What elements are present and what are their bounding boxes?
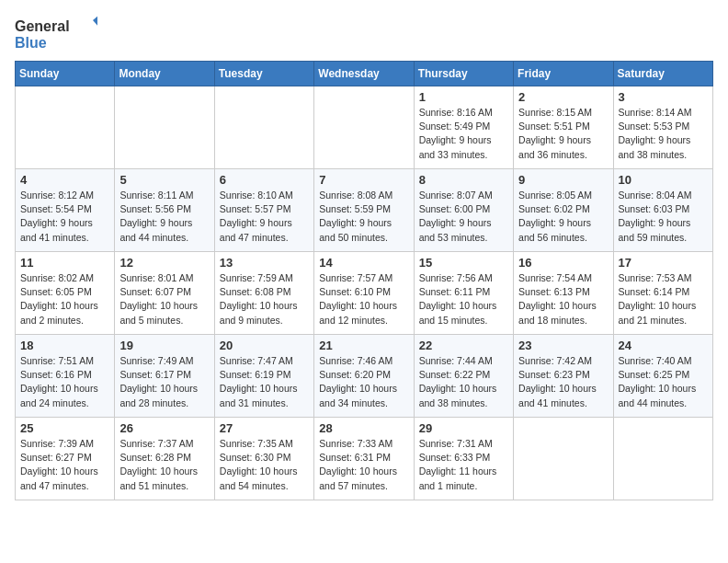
calendar-week-row: 11Sunrise: 8:02 AMSunset: 6:05 PMDayligh… [16, 252, 713, 335]
calendar-day-cell: 26Sunrise: 7:37 AMSunset: 6:28 PMDayligh… [115, 418, 214, 500]
calendar-day-cell: 29Sunrise: 7:31 AMSunset: 6:33 PMDayligh… [414, 418, 513, 500]
logo-svg: General Blue [15, 15, 97, 53]
calendar-day-cell: 16Sunrise: 7:54 AMSunset: 6:13 PMDayligh… [514, 252, 613, 335]
day-info: Sunrise: 8:07 AMSunset: 6:00 PMDaylight:… [419, 189, 508, 245]
calendar-day-cell: 3Sunrise: 8:14 AMSunset: 5:53 PMDaylight… [613, 86, 712, 169]
logo: General Blue [15, 15, 97, 53]
calendar-day-cell: 10Sunrise: 8:04 AMSunset: 6:03 PMDayligh… [613, 169, 712, 252]
day-number: 1 [419, 90, 508, 104]
calendar-empty-cell [16, 86, 115, 169]
day-number: 9 [518, 173, 608, 187]
calendar-day-cell: 28Sunrise: 7:33 AMSunset: 6:31 PMDayligh… [314, 418, 414, 500]
day-info: Sunrise: 7:51 AMSunset: 6:16 PMDaylight:… [20, 354, 109, 410]
calendar-empty-cell [115, 86, 214, 169]
calendar-day-cell: 9Sunrise: 8:05 AMSunset: 6:02 PMDaylight… [514, 169, 613, 252]
day-info: Sunrise: 7:39 AMSunset: 6:27 PMDaylight:… [20, 437, 109, 493]
day-number: 21 [319, 339, 408, 352]
calendar-day-cell: 24Sunrise: 7:40 AMSunset: 6:25 PMDayligh… [613, 335, 712, 418]
calendar-day-cell: 11Sunrise: 8:02 AMSunset: 6:05 PMDayligh… [16, 252, 115, 335]
day-number: 29 [419, 421, 508, 435]
calendar-day-cell: 8Sunrise: 8:07 AMSunset: 6:00 PMDaylight… [414, 169, 513, 252]
calendar-day-cell: 5Sunrise: 8:11 AMSunset: 5:56 PMDaylight… [115, 169, 214, 252]
calendar-empty-cell [514, 418, 613, 500]
day-info: Sunrise: 8:14 AMSunset: 5:53 PMDaylight:… [619, 106, 708, 162]
day-info: Sunrise: 7:31 AMSunset: 6:33 PMDaylight:… [419, 437, 508, 493]
svg-text:General: General [15, 18, 70, 34]
day-info: Sunrise: 7:42 AMSunset: 6:23 PMDaylight:… [518, 354, 608, 410]
calendar-day-cell: 12Sunrise: 8:01 AMSunset: 6:07 PMDayligh… [115, 252, 214, 335]
calendar-day-cell: 6Sunrise: 8:10 AMSunset: 5:57 PMDaylight… [214, 169, 313, 252]
day-number: 28 [319, 421, 408, 435]
weekday-header-wednesday: Wednesday [314, 62, 414, 86]
calendar-day-cell: 20Sunrise: 7:47 AMSunset: 6:19 PMDayligh… [214, 335, 313, 418]
day-number: 6 [220, 173, 309, 187]
calendar-day-cell: 7Sunrise: 8:08 AMSunset: 5:59 PMDaylight… [314, 169, 414, 252]
day-number: 17 [619, 256, 708, 270]
svg-text:Blue: Blue [15, 35, 47, 51]
calendar-week-row: 4Sunrise: 8:12 AMSunset: 5:54 PMDaylight… [16, 169, 713, 252]
day-info: Sunrise: 8:15 AMSunset: 5:51 PMDaylight:… [518, 106, 608, 162]
calendar-day-cell: 14Sunrise: 7:57 AMSunset: 6:10 PMDayligh… [314, 252, 414, 335]
day-number: 7 [319, 173, 408, 187]
day-info: Sunrise: 7:40 AMSunset: 6:25 PMDaylight:… [619, 354, 708, 410]
calendar-day-cell: 18Sunrise: 7:51 AMSunset: 6:16 PMDayligh… [16, 335, 115, 418]
day-info: Sunrise: 7:59 AMSunset: 6:08 PMDaylight:… [220, 271, 309, 327]
day-number: 11 [20, 256, 109, 270]
day-info: Sunrise: 8:02 AMSunset: 6:05 PMDaylight:… [20, 271, 109, 327]
calendar-week-row: 1Sunrise: 8:16 AMSunset: 5:49 PMDaylight… [16, 86, 713, 169]
day-number: 2 [518, 90, 608, 104]
day-info: Sunrise: 8:04 AMSunset: 6:03 PMDaylight:… [619, 189, 708, 245]
day-info: Sunrise: 8:12 AMSunset: 5:54 PMDaylight:… [20, 189, 109, 245]
day-info: Sunrise: 7:35 AMSunset: 6:30 PMDaylight:… [220, 437, 309, 493]
calendar-day-cell: 13Sunrise: 7:59 AMSunset: 6:08 PMDayligh… [214, 252, 313, 335]
day-info: Sunrise: 8:16 AMSunset: 5:49 PMDaylight:… [419, 106, 508, 162]
calendar-week-row: 25Sunrise: 7:39 AMSunset: 6:27 PMDayligh… [16, 418, 713, 500]
calendar-day-cell: 22Sunrise: 7:44 AMSunset: 6:22 PMDayligh… [414, 335, 513, 418]
day-number: 27 [220, 421, 309, 435]
weekday-header-sunday: Sunday [16, 62, 115, 86]
calendar-day-cell: 25Sunrise: 7:39 AMSunset: 6:27 PMDayligh… [16, 418, 115, 500]
day-number: 10 [619, 173, 708, 187]
calendar-day-cell: 21Sunrise: 7:46 AMSunset: 6:20 PMDayligh… [314, 335, 414, 418]
calendar-day-cell: 1Sunrise: 8:16 AMSunset: 5:49 PMDaylight… [414, 86, 513, 169]
calendar-day-cell: 4Sunrise: 8:12 AMSunset: 5:54 PMDaylight… [16, 169, 115, 252]
day-info: Sunrise: 7:33 AMSunset: 6:31 PMDaylight:… [319, 437, 408, 493]
day-info: Sunrise: 7:53 AMSunset: 6:14 PMDaylight:… [619, 271, 708, 327]
day-info: Sunrise: 8:08 AMSunset: 5:59 PMDaylight:… [319, 189, 408, 245]
day-info: Sunrise: 8:11 AMSunset: 5:56 PMDaylight:… [119, 189, 209, 245]
calendar-day-cell: 19Sunrise: 7:49 AMSunset: 6:17 PMDayligh… [115, 335, 214, 418]
day-number: 8 [419, 173, 508, 187]
day-number: 4 [20, 173, 109, 187]
day-info: Sunrise: 7:37 AMSunset: 6:28 PMDaylight:… [119, 437, 209, 493]
day-info: Sunrise: 7:54 AMSunset: 6:13 PMDaylight:… [518, 271, 608, 327]
weekday-header-thursday: Thursday [414, 62, 513, 86]
weekday-header-friday: Friday [514, 62, 613, 86]
calendar-day-cell: 27Sunrise: 7:35 AMSunset: 6:30 PMDayligh… [214, 418, 313, 500]
calendar-empty-cell [314, 86, 414, 169]
calendar-empty-cell [214, 86, 313, 169]
day-number: 20 [220, 339, 309, 352]
calendar-empty-cell [613, 418, 712, 500]
weekday-header-row: SundayMondayTuesdayWednesdayThursdayFrid… [16, 62, 713, 86]
day-info: Sunrise: 7:57 AMSunset: 6:10 PMDaylight:… [319, 271, 408, 327]
day-number: 26 [119, 421, 209, 435]
day-number: 14 [319, 256, 408, 270]
day-number: 15 [419, 256, 508, 270]
day-info: Sunrise: 8:01 AMSunset: 6:07 PMDaylight:… [119, 271, 209, 327]
day-info: Sunrise: 7:46 AMSunset: 6:20 PMDaylight:… [319, 354, 408, 410]
day-number: 3 [619, 90, 708, 104]
day-number: 12 [119, 256, 209, 270]
calendar-day-cell: 2Sunrise: 8:15 AMSunset: 5:51 PMDaylight… [514, 86, 613, 169]
day-number: 19 [119, 339, 209, 352]
header: General Blue [15, 15, 713, 53]
calendar-day-cell: 15Sunrise: 7:56 AMSunset: 6:11 PMDayligh… [414, 252, 513, 335]
day-number: 18 [20, 339, 109, 352]
day-number: 24 [619, 339, 708, 352]
day-info: Sunrise: 8:05 AMSunset: 6:02 PMDaylight:… [518, 189, 608, 245]
weekday-header-saturday: Saturday [613, 62, 712, 86]
day-info: Sunrise: 8:10 AMSunset: 5:57 PMDaylight:… [220, 189, 309, 245]
day-number: 25 [20, 421, 109, 435]
day-info: Sunrise: 7:47 AMSunset: 6:19 PMDaylight:… [220, 354, 309, 410]
calendar-day-cell: 17Sunrise: 7:53 AMSunset: 6:14 PMDayligh… [613, 252, 712, 335]
calendar-day-cell: 23Sunrise: 7:42 AMSunset: 6:23 PMDayligh… [514, 335, 613, 418]
